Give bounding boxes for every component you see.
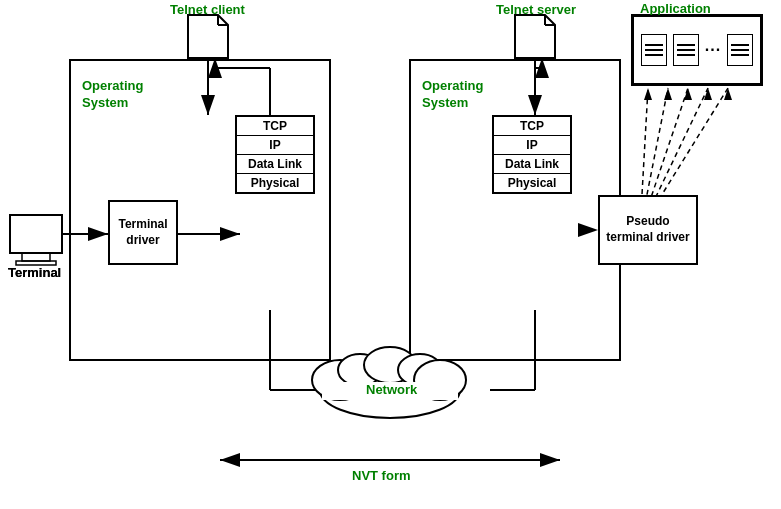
right-tcp-label: TCP <box>494 117 570 136</box>
operating-system-right-label: OperatingSystem <box>422 78 483 112</box>
svg-rect-3 <box>10 215 62 253</box>
application-programs-box: ··· <box>632 15 762 85</box>
svg-marker-43 <box>704 88 712 100</box>
svg-marker-9 <box>515 15 555 58</box>
svg-marker-41 <box>664 88 672 100</box>
app-icon-3 <box>727 34 753 66</box>
terminal-driver-box: Terminaldriver <box>108 200 178 265</box>
terminal-text: Terminal <box>8 265 61 280</box>
left-physical-label: Physical <box>237 174 313 192</box>
nvt-form-label: NVT form <box>352 468 411 483</box>
left-ip-label: IP <box>237 136 313 155</box>
svg-rect-4 <box>22 253 50 261</box>
diagram: Terminal Telnet client Telnet server App… <box>0 0 781 509</box>
app-icon-2 <box>673 34 699 66</box>
svg-point-29 <box>364 347 416 383</box>
pseudo-terminal-driver-box: Pseudoterminal driver <box>598 195 698 265</box>
app-icon-1 <box>641 34 667 66</box>
telnet-client-label: Telnet client <box>170 2 245 17</box>
right-stack-box: TCP IP Data Link Physical <box>492 115 572 194</box>
svg-marker-40 <box>644 88 652 100</box>
network-label: Network <box>366 382 417 397</box>
svg-point-31 <box>414 360 466 400</box>
left-stack-box: TCP IP Data Link Physical <box>235 115 315 194</box>
svg-marker-42 <box>684 88 692 100</box>
pseudo-terminal-label: Pseudoterminal driver <box>606 214 689 245</box>
terminal-driver-label: Terminaldriver <box>118 217 167 248</box>
svg-marker-44 <box>724 88 732 100</box>
telnet-server-label: Telnet server <box>496 2 576 17</box>
operating-system-left-label: OperatingSystem <box>82 78 143 112</box>
right-ip-label: IP <box>494 136 570 155</box>
right-physical-label: Physical <box>494 174 570 192</box>
app-dots: ··· <box>705 41 721 59</box>
svg-point-27 <box>312 360 368 400</box>
right-datalink-label: Data Link <box>494 155 570 174</box>
left-tcp-label: TCP <box>237 117 313 136</box>
left-datalink-label: Data Link <box>237 155 313 174</box>
svg-marker-6 <box>188 15 228 58</box>
